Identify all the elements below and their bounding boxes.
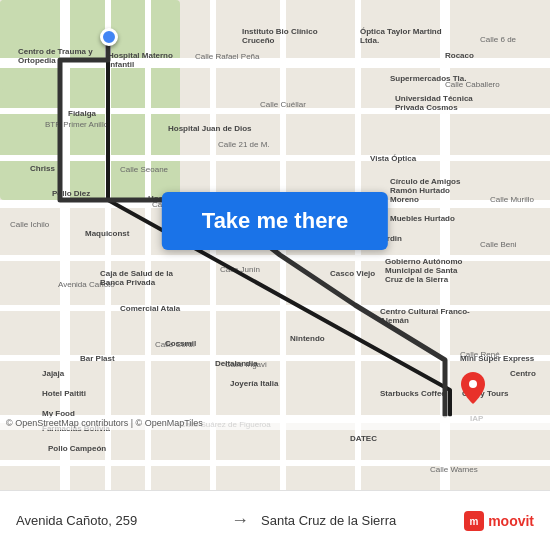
svg-text:m: m xyxy=(470,516,479,527)
origin-label: Avenida Cañoto, 259 xyxy=(16,513,219,528)
moovit-logo: m moovit xyxy=(464,511,534,531)
street-h7 xyxy=(0,355,550,361)
street-h5 xyxy=(0,255,550,261)
street-h6 xyxy=(0,305,550,311)
moovit-brand-text: moovit xyxy=(488,513,534,529)
copyright-text: © OpenStreetMap contributors | © OpenMap… xyxy=(6,418,203,428)
origin-marker xyxy=(100,28,118,46)
street-h1 xyxy=(0,58,550,68)
destination-label: Santa Cruz de la Sierra xyxy=(261,513,464,528)
street-h3 xyxy=(0,155,550,161)
arrow-icon: → xyxy=(231,510,249,531)
copyright-bar: © OpenStreetMap contributors | © OpenMap… xyxy=(0,416,550,430)
take-me-there-button[interactable]: Take me there xyxy=(162,192,388,250)
street-h2 xyxy=(0,108,550,114)
park-area-2 xyxy=(0,0,30,90)
destination-marker xyxy=(461,372,485,408)
svg-point-0 xyxy=(469,380,477,388)
street-h9 xyxy=(0,460,550,466)
bottom-bar: Avenida Cañoto, 259 → Santa Cruz de la S… xyxy=(0,490,550,550)
moovit-logo-icon: m xyxy=(464,511,484,531)
map-container: Calle Rafael PeñaCalle CuéllarBTR Primer… xyxy=(0,0,550,490)
